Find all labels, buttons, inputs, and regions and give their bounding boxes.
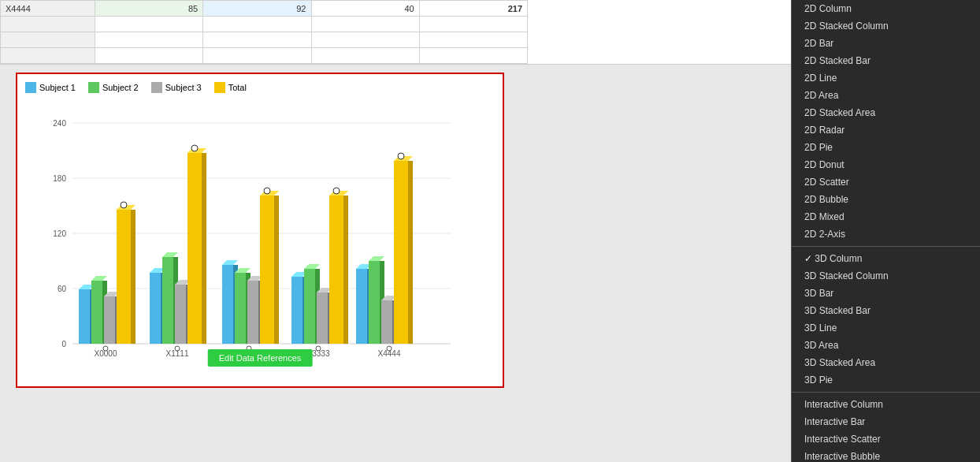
svg-rect-16 (104, 296, 115, 344)
chart-svg: 240 180 120 60 0 (25, 99, 482, 360)
svg-point-76 (103, 346, 108, 351)
svg-rect-55 (317, 292, 328, 344)
svg-marker-37 (222, 260, 238, 265)
legend-item: Subject 2 (88, 82, 139, 93)
svg-rect-71 (394, 161, 408, 344)
svg-text:0: 0 (61, 340, 66, 348)
svg-rect-36 (222, 265, 233, 344)
chart-type-menu-item[interactable]: 2D Stacked Column (792, 17, 980, 35)
chart-type-menu-item[interactable]: 3D Bar (792, 285, 980, 302)
svg-point-61 (333, 188, 340, 194)
legend-item: Total (214, 82, 247, 93)
left-panel: X4444 85 92 40 217 (0, 0, 791, 462)
chart-type-menu-item[interactable]: 2D 2-Axis (792, 225, 980, 243)
svg-rect-73 (408, 161, 413, 344)
row-label-empty1 (1, 17, 95, 32)
svg-rect-13 (91, 281, 102, 344)
svg-rect-26 (162, 257, 173, 344)
chart-type-menu-item[interactable]: 2D Radar (792, 121, 980, 139)
cell-x4444-s3[interactable]: 40 (311, 1, 419, 17)
svg-rect-10 (79, 289, 90, 344)
chart-type-menu-item[interactable]: Interactive Scatter (792, 430, 980, 448)
svg-text:240: 240 (53, 119, 66, 128)
svg-rect-47 (274, 196, 279, 344)
svg-rect-58 (329, 196, 343, 344)
chart-type-menu-item[interactable]: 2D Line (792, 69, 980, 87)
svg-rect-19 (117, 210, 131, 344)
chart-type-menu-item[interactable]: 2D Scatter (792, 173, 980, 191)
legend-label: Total (228, 83, 247, 92)
cell-x4444-s2[interactable]: 92 (203, 1, 311, 17)
chart-type-menu-item[interactable]: 3D Pie (792, 371, 980, 389)
svg-text:120: 120 (53, 229, 66, 238)
bar-group-x1111 (150, 145, 206, 344)
svg-rect-62 (356, 269, 367, 344)
table-row (1, 17, 528, 32)
legend-color-box (25, 82, 36, 93)
svg-point-78 (175, 346, 180, 351)
edit-data-button[interactable]: Edit Data References (208, 349, 313, 367)
table-row (1, 32, 528, 48)
bar-group-x4444 (356, 153, 413, 344)
svg-rect-68 (381, 300, 392, 344)
svg-rect-23 (150, 273, 161, 344)
chart-type-menu-item[interactable]: 2D Donut (792, 156, 980, 173)
svg-point-48 (264, 188, 270, 194)
table-row: X4444 85 92 40 217 (1, 1, 528, 17)
chart-type-menu: 2D Column2D Stacked Column2D Bar2D Stack… (791, 0, 980, 462)
chart-type-menu-item[interactable]: 2D Mixed (792, 208, 980, 225)
svg-marker-27 (162, 252, 178, 257)
legend-label: Subject 3 (165, 83, 202, 92)
chart-type-menu-item[interactable]: 2D Pie (792, 139, 980, 156)
svg-text:60: 60 (58, 285, 67, 293)
svg-rect-45 (260, 196, 274, 344)
chart-type-menu-item[interactable]: Interactive Column (792, 396, 980, 413)
chart-type-menu-item[interactable]: 2D Bar (792, 35, 980, 52)
svg-rect-34 (202, 153, 206, 344)
legend-color-box (88, 82, 99, 93)
svg-rect-21 (131, 210, 135, 344)
svg-rect-60 (343, 196, 348, 344)
chart-type-menu-item[interactable]: 2D Area (792, 87, 980, 104)
svg-point-82 (316, 346, 321, 351)
chart-type-menu-item[interactable]: 3D Line (792, 319, 980, 337)
legend-item: Subject 3 (151, 82, 202, 93)
chart-type-menu-item[interactable]: 2D Stacked Area (792, 104, 980, 121)
legend-color-box (151, 82, 162, 93)
chart-type-menu-item[interactable]: 2D Column (792, 0, 980, 17)
svg-rect-52 (304, 269, 315, 344)
chart-type-menu-item[interactable]: 3D Area (792, 337, 980, 354)
chart-type-menu-item[interactable]: 3D Stacked Column (792, 267, 980, 285)
cell-x4444-s1[interactable]: 85 (95, 1, 203, 17)
svg-rect-49 (291, 277, 303, 344)
row-label-empty2 (1, 32, 95, 48)
cell-x4444-total[interactable]: 217 (419, 1, 527, 17)
chart-type-menu-item[interactable]: Interactive Bar (792, 413, 980, 430)
table-row (1, 48, 528, 64)
bar-group-x0000 (79, 202, 135, 344)
row-label-x4444: X4444 (1, 1, 95, 17)
chart-type-menu-item[interactable]: 2D Bubble (792, 191, 980, 208)
chart-type-menu-item[interactable]: 3D Column (792, 250, 980, 267)
svg-point-84 (387, 346, 392, 351)
chart-type-menu-item[interactable]: 2D Stacked Bar (792, 52, 980, 69)
menu-divider (792, 392, 980, 393)
menu-divider (792, 246, 980, 247)
chart-type-menu-item[interactable]: Interactive Bubble (792, 448, 980, 462)
legend-color-box (214, 82, 225, 93)
svg-rect-32 (187, 153, 202, 344)
chart-type-menu-item[interactable]: 3D Stacked Area (792, 354, 980, 371)
chart-container: Subject 1Subject 2Subject 3Total 240 180… (16, 73, 504, 388)
bar-group-x2222 (222, 188, 279, 344)
legend-label: Subject 2 (102, 83, 139, 92)
svg-rect-29 (175, 285, 186, 344)
svg-rect-42 (247, 281, 258, 344)
legend-label: Subject 1 (39, 83, 76, 92)
chart-type-menu-item[interactable]: 3D Stacked Bar (792, 302, 980, 319)
chart-legend: Subject 1Subject 2Subject 3Total (25, 82, 495, 93)
svg-marker-53 (304, 264, 320, 269)
svg-marker-14 (91, 276, 107, 281)
bar-group-x3333 (291, 188, 348, 344)
row-label-empty3 (1, 48, 95, 64)
svg-point-35 (191, 145, 198, 151)
